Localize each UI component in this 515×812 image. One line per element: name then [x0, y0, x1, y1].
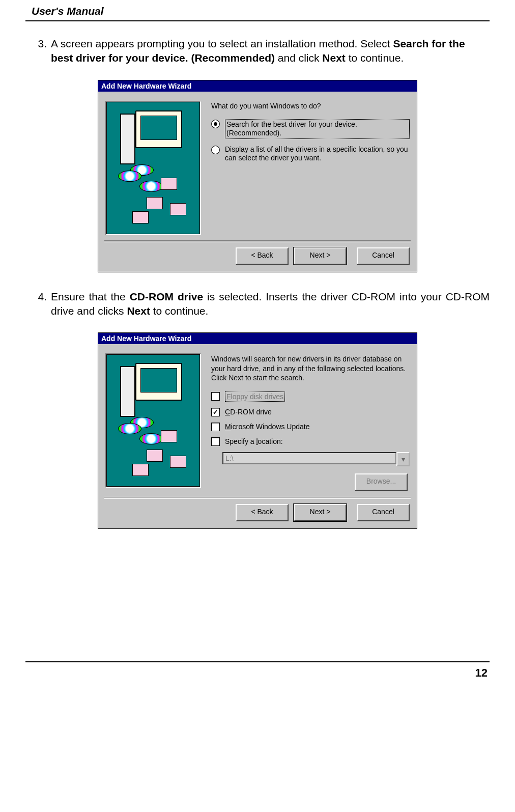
dialog-1-titlebar[interactable]: Add New Hardware Wizard — [98, 80, 417, 92]
dialog-2-wrap: Add New Hardware Wizard — [25, 332, 490, 529]
dialog-2-buttons: < Back Next > Cancel — [98, 504, 417, 528]
step-3: 3. A screen appears prompting you to sel… — [25, 37, 490, 66]
checkbox-icon[interactable] — [211, 392, 220, 401]
back-button[interactable]: < Back — [236, 504, 289, 521]
loc-hotkey: l — [256, 437, 258, 445]
checkbox-windows-update[interactable]: Microsoft Windows Update — [211, 423, 410, 431]
floppy-icon — [161, 430, 177, 442]
dialog-divider — [104, 240, 411, 242]
step-3-text-c: to continue. — [346, 52, 404, 64]
cdrom-label: D-ROM drive — [230, 408, 272, 416]
page-number: 12 — [475, 666, 488, 680]
step-3-bold-b: Next — [322, 52, 346, 64]
radio-display-list[interactable]: Display a list of all the drivers in a s… — [211, 145, 410, 163]
dialog-1-content: What do you want Windows to do? Search f… — [211, 101, 410, 235]
page-footer: 12 — [25, 662, 490, 680]
monitor-icon — [135, 363, 182, 401]
header-rule — [25, 20, 490, 21]
location-row: L:\ ▾ — [222, 452, 410, 466]
checkbox-floppy[interactable]: Floppy disk drives — [211, 391, 410, 402]
tower-icon — [120, 366, 135, 417]
checkbox-icon[interactable] — [211, 423, 220, 431]
floppy-label: loppy disk drives — [231, 393, 284, 401]
floppy-icon — [147, 197, 163, 209]
dialog-1-wrap: Add New Hardware Wizard — [25, 80, 490, 272]
step-4-number: 4. — [25, 290, 51, 319]
floppy-icon — [170, 203, 186, 215]
hardware-wizard-dialog-2: Add New Hardware Wizard — [98, 332, 417, 529]
dialog-divider — [104, 497, 411, 499]
radio-icon[interactable] — [211, 146, 220, 154]
manual-page: User's Manual 3. A screen appears prompt… — [0, 0, 515, 812]
dialog-1-prompt: What do you want Windows to do? — [211, 102, 410, 110]
step-4-text-a: Ensure that the — [51, 291, 130, 302]
dialog-2-intro: Windows will search for new drivers in i… — [211, 354, 410, 382]
hardware-wizard-dialog-1: Add New Hardware Wizard — [98, 80, 417, 272]
checkbox-icon[interactable] — [211, 437, 220, 446]
floppy-icon — [161, 178, 177, 190]
checkbox-cdrom[interactable]: CD-ROM drive — [211, 408, 410, 416]
cancel-button[interactable]: Cancel — [357, 247, 410, 265]
winup-label: icrosoft Windows Update — [231, 423, 310, 431]
step-4-bold-a: CD-ROM drive — [130, 291, 203, 302]
page-header: User's Manual — [25, 0, 490, 17]
floppy-icon — [147, 450, 163, 462]
disc-icon — [118, 171, 141, 182]
cancel-button[interactable]: Cancel — [357, 504, 410, 521]
header-title: User's Manual — [32, 5, 104, 17]
step-3-number: 3. — [25, 37, 51, 66]
location-input[interactable]: L:\ — [222, 452, 396, 464]
disc-icon — [139, 433, 163, 444]
browse-button[interactable]: Browse... — [355, 473, 408, 491]
step-3-body: A screen appears prompting you to select… — [51, 37, 490, 66]
disc-icon — [139, 181, 163, 192]
floppy-hotkey: F — [226, 393, 231, 401]
monitor-icon — [135, 110, 182, 148]
dialog-2-titlebar[interactable]: Add New Hardware Wizard — [98, 333, 417, 344]
floppy-icon — [132, 464, 149, 476]
floppy-icon — [132, 211, 149, 223]
next-button[interactable]: Next > — [294, 247, 347, 265]
radio-icon[interactable] — [211, 120, 220, 128]
radio-search-best-label: Search for the best driver for your devi… — [225, 119, 410, 139]
tower-icon — [120, 114, 135, 164]
step-4-bold-b: Next — [127, 305, 150, 317]
step-3-text-a: A screen appears prompting you to select… — [51, 38, 393, 49]
floppy-icon — [170, 456, 186, 468]
dialog-1-buttons: < Back Next > Cancel — [98, 247, 417, 272]
checkbox-specify-location[interactable]: Specify a location: — [211, 437, 410, 446]
radio-display-list-label: Display a list of all the drivers in a s… — [225, 145, 410, 163]
step-4-body: Ensure that the CD-ROM drive is selected… — [51, 290, 490, 319]
step-4-text-c: to continue. — [150, 305, 208, 317]
location-dropdown-button[interactable]: ▾ — [396, 452, 410, 466]
checkbox-icon[interactable] — [211, 408, 220, 416]
wizard-graphic — [105, 353, 201, 488]
dialog-2-content: Windows will search for new drivers in i… — [211, 353, 410, 492]
radio-search-best[interactable]: Search for the best driver for your devi… — [211, 119, 410, 139]
step-4: 4. Ensure that the CD-ROM drive is selec… — [25, 290, 490, 319]
wizard-graphic — [105, 101, 201, 235]
winup-hotkey: M — [225, 423, 231, 431]
back-button[interactable]: < Back — [236, 247, 289, 265]
step-3-text-b: and click — [275, 52, 322, 64]
next-button[interactable]: Next > — [294, 504, 347, 521]
cdrom-hotkey: C — [225, 408, 230, 416]
disc-icon — [118, 423, 141, 434]
